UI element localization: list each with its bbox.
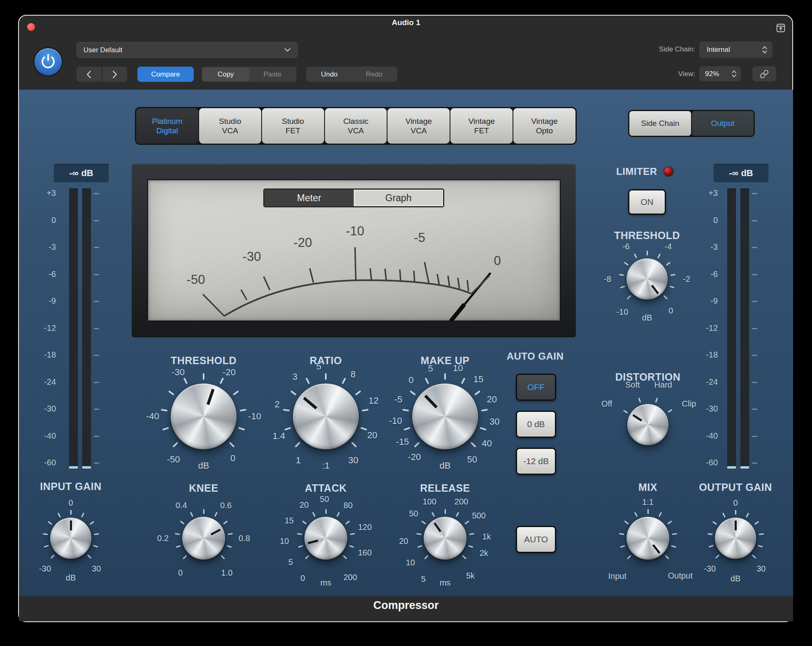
- mix-label-1-1: 1:1: [642, 497, 654, 507]
- limiter-on-button[interactable]: ON: [628, 189, 666, 215]
- vu-scale-label: -30: [243, 249, 261, 264]
- limiter-header: LIMITER: [616, 165, 715, 178]
- plugin-window-stage: Audio 1 User Default Compare: [0, 0, 812, 646]
- previous-preset-button[interactable]: [77, 67, 102, 82]
- meter-scale-tick: [752, 328, 757, 329]
- limiter-threshold-label-0: 0: [668, 306, 673, 315]
- limiter-threshold-label-db: dB: [642, 313, 652, 323]
- meter-scale-tick: [752, 301, 757, 302]
- circuit-tab-vintage-fet[interactable]: Vintage FET: [450, 108, 513, 144]
- vu-tab-graph[interactable]: Graph: [354, 190, 443, 206]
- meter-scale-label: -3: [689, 242, 718, 252]
- attack-title: ATTACK: [305, 482, 347, 494]
- attack-label-0: 0: [300, 573, 305, 583]
- meter-scale-tick: [94, 382, 99, 383]
- release-label-5: 5: [421, 574, 426, 583]
- vu-scale-label: 0: [494, 253, 501, 268]
- view-zoom-value: 92%: [705, 70, 719, 78]
- preset-dropdown[interactable]: User Default: [77, 42, 298, 58]
- copy-button[interactable]: Copy: [202, 67, 249, 81]
- input-gain-title: INPUT GAIN: [40, 481, 101, 493]
- limiter-on-label: ON: [640, 197, 654, 207]
- meter-scale-tick: [94, 247, 99, 248]
- meter-scale-tick: [752, 274, 757, 275]
- meter-scale-tick: [94, 220, 99, 221]
- input-gain-pointer: [70, 519, 72, 539]
- circuit-tab-vintage-vca[interactable]: Vintage VCA: [387, 108, 450, 144]
- limiter-threshold-label--2: -2: [683, 274, 690, 284]
- ratio-label-20: 20: [367, 430, 377, 441]
- compare-button[interactable]: Compare: [137, 67, 194, 82]
- release-label-200: 200: [455, 497, 468, 507]
- undo-button[interactable]: Undo: [307, 67, 352, 81]
- output-level-readout[interactable]: -∞ dB: [714, 164, 768, 182]
- link-button[interactable]: [752, 66, 776, 81]
- knee-label-0-2: 0.2: [157, 534, 169, 543]
- window-title: Audio 1: [0, 18, 812, 27]
- next-preset-button[interactable]: [102, 67, 128, 82]
- meter-scale-label: 0: [689, 216, 718, 225]
- vu-scale-label: -20: [294, 235, 312, 250]
- paste-button[interactable]: Paste: [249, 67, 296, 81]
- meter-source-side-chain[interactable]: Side Chain: [629, 111, 691, 136]
- meter-scale-label: +3: [27, 188, 56, 198]
- paste-label: Paste: [264, 70, 281, 79]
- up-down-chevrons-icon: [762, 46, 768, 54]
- vu-scale-label: -10: [346, 224, 364, 238]
- power-button[interactable]: [35, 48, 62, 75]
- meter-scale-tick: [94, 462, 99, 464]
- meter-scale-label: -6: [27, 270, 56, 279]
- vu-tab-meter[interactable]: Meter: [264, 190, 354, 206]
- side-chain-select[interactable]: Internal: [699, 42, 773, 58]
- input-gain-label-30: 30: [92, 564, 101, 574]
- meter-scale-label: -3: [27, 242, 56, 252]
- meter-scale-label: -40: [689, 431, 718, 441]
- meter-scale-label: -6: [689, 270, 718, 279]
- meter-scale-tick: [752, 355, 757, 356]
- circuit-tab-vintage-opto[interactable]: Vintage Opto: [513, 108, 575, 144]
- input-level-readout[interactable]: -∞ dB: [54, 164, 109, 182]
- meter-scale-label: -18: [689, 350, 718, 360]
- side-chain-value: Internal: [707, 46, 730, 54]
- auto-gain-0-db-button[interactable]: 0 dB: [516, 411, 556, 438]
- vu-scale-tick: [425, 262, 429, 284]
- mix-label-input: Input: [608, 571, 626, 581]
- view-zoom-stepper[interactable]: 92%: [699, 66, 741, 81]
- threshold-label-0: 0: [230, 453, 235, 464]
- meter-source-output[interactable]: Output: [692, 111, 754, 136]
- limiter-threshold-label--10: -10: [616, 307, 628, 316]
- meter-scale-tick: [94, 409, 99, 410]
- auto-gain-off-button[interactable]: OFF: [516, 374, 556, 401]
- mix-title: MIX: [638, 481, 657, 493]
- knee-label-0-4: 0.4: [176, 500, 187, 510]
- redo-button[interactable]: Redo: [352, 67, 397, 81]
- vu-scale-tick: [355, 247, 356, 280]
- stepper-arrows-icon: [731, 70, 737, 78]
- release-title: RELEASE: [420, 482, 470, 494]
- circuit-tab-classic-vca[interactable]: Classic VCA: [325, 108, 387, 144]
- circuit-tab-studio-vca[interactable]: Studio VCA: [199, 108, 261, 144]
- open-in-window-icon[interactable]: [773, 21, 788, 35]
- ratio-label-1: 1: [296, 455, 301, 466]
- auto-release-button[interactable]: AUTO: [516, 526, 556, 553]
- meter-scale-tick: [752, 409, 757, 410]
- output-meter-bar-right: [740, 188, 749, 469]
- make-up-label-50: 50: [467, 454, 477, 465]
- circuit-tab-studio-fet[interactable]: Studio FET: [262, 108, 324, 144]
- circuit-tab-platinum-digital[interactable]: Platinum Digital: [136, 108, 198, 144]
- threshold-label--50: -50: [167, 454, 180, 465]
- attack-label-20: 20: [299, 500, 309, 509]
- make-up-label-10: 10: [453, 363, 463, 374]
- vu-scale-tick: [310, 268, 313, 283]
- attack-label-200: 200: [343, 572, 357, 582]
- auto-gain--12-db-button[interactable]: -12 dB: [516, 448, 556, 475]
- attack-label-120: 120: [358, 522, 371, 532]
- preset-nav-group: [77, 67, 127, 82]
- vu-scale-tick: [370, 268, 371, 280]
- mix-tick: [647, 509, 649, 514]
- ratio-tick: [325, 373, 327, 380]
- vu-scale-label: -5: [414, 230, 425, 245]
- limiter-led-icon: [664, 167, 673, 176]
- output-gain-tick: [735, 510, 736, 515]
- output-gain-label-0: 0: [733, 498, 738, 508]
